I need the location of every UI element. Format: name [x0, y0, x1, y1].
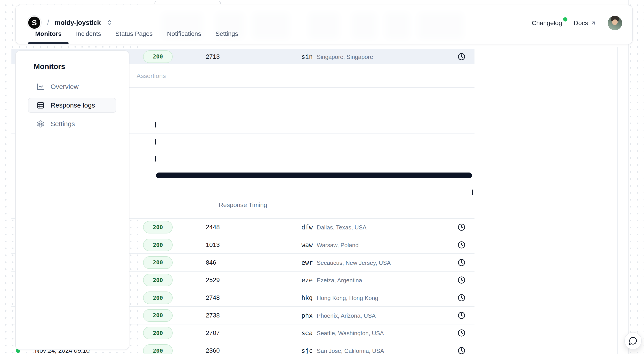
detail-tab-label: Assertions	[136, 72, 166, 80]
status-badge: 200	[143, 51, 173, 63]
line-chart-icon	[37, 83, 44, 91]
workspace-name: moldy-joystick	[55, 19, 101, 27]
sidebar-item-label: Response logs	[50, 102, 95, 109]
row-latency: 2713	[206, 53, 220, 60]
clock-icon	[458, 347, 465, 354]
changelog-label: Changelog	[532, 20, 562, 27]
table-icon	[37, 102, 44, 109]
sidebar-title: Monitors	[34, 62, 65, 71]
clipped-popover-edge	[154, 1, 221, 4]
sidebar-item[interactable]: Settings	[28, 117, 116, 131]
arrow-up-right-icon	[590, 20, 596, 26]
chevrons-up-down-icon	[106, 19, 113, 26]
row-latency: 2738	[206, 312, 220, 319]
row-latency: 1013	[206, 241, 220, 248]
clock-icon	[458, 53, 465, 61]
timing-track	[155, 139, 472, 145]
response-time-clock-button[interactable]	[456, 275, 466, 285]
table-icon	[37, 102, 44, 109]
primary-nav: MonitorsIncidentsStatus PagesNotificatio…	[35, 28, 238, 44]
timing-bar	[155, 122, 156, 128]
region-location: San Jose, California, USA	[317, 347, 384, 354]
header-actions: Changelog Docs	[532, 15, 622, 31]
region-location: Dallas, Texas, USA	[317, 224, 366, 231]
primary-nav-tab[interactable]: Incidents	[76, 28, 101, 44]
timing-bar	[472, 190, 473, 195]
row-region: dfw Dallas, Texas, USA	[302, 224, 366, 231]
docs-label: Docs	[574, 20, 588, 27]
breadcrumb-separator: /	[47, 18, 49, 27]
status-badge: 200	[143, 344, 173, 354]
row-latency: 2448	[206, 224, 220, 231]
region-location: Singapore, Singapore	[317, 53, 373, 60]
region-code: sjc	[302, 347, 313, 354]
support-chat-button[interactable]	[624, 332, 642, 349]
status-badge: 200	[143, 256, 173, 269]
row-region: hkg Hong Kong, Hong Kong	[302, 294, 378, 301]
nav-tab-label: Incidents	[76, 30, 101, 38]
workspace-switcher-button[interactable]	[106, 19, 113, 26]
region-code: phx	[302, 312, 313, 319]
timing-track	[155, 173, 472, 178]
row-region: phx Phoenix, Arizona, USA	[302, 312, 376, 319]
row-latency: 2529	[206, 276, 220, 284]
row-latency: 2707	[206, 329, 220, 336]
clock-icon	[458, 241, 465, 249]
sidebar-item[interactable]: Overview	[28, 79, 116, 94]
timing-track	[155, 190, 472, 195]
changelog-link[interactable]: Changelog	[532, 20, 562, 27]
user-avatar[interactable]	[608, 16, 622, 30]
region-code: ewr	[302, 259, 313, 266]
region-location: Ezeiza, Argentina	[317, 277, 362, 284]
nav-tab-label: Settings	[216, 30, 238, 38]
region-code: sea	[302, 329, 313, 337]
sidebar-item[interactable]: Response logs	[28, 98, 116, 113]
gear-icon	[37, 120, 44, 128]
clock-icon	[458, 259, 465, 266]
primary-nav-tab[interactable]: Monitors	[35, 28, 62, 44]
sidebar-item-label: Settings	[50, 120, 75, 128]
docs-link[interactable]: Docs	[574, 20, 596, 27]
response-time-clock-button[interactable]	[456, 346, 466, 354]
region-location: Phoenix, Arizona, USA	[317, 312, 376, 319]
row-latency: 2748	[206, 294, 220, 301]
region-code: eze	[302, 276, 313, 284]
sheet-right-border	[628, 0, 628, 354]
clock-icon	[458, 223, 465, 231]
gear-icon	[37, 120, 44, 128]
region-location: Warsaw, Poland	[317, 242, 359, 249]
primary-nav-tab[interactable]: Settings	[216, 28, 238, 44]
status-badge: 200	[143, 291, 173, 304]
response-time-clock-button[interactable]	[456, 328, 466, 338]
nav-tab-label: Notifications	[167, 30, 201, 38]
line-chart-icon	[37, 83, 44, 91]
region-code: sin	[302, 53, 313, 60]
status-badge: 200	[143, 221, 173, 233]
status-badge: 200	[143, 239, 173, 251]
status-badge: 200	[143, 274, 173, 286]
timing-bar	[156, 173, 472, 178]
sidebar: Monitors Overview Response logs Settings	[15, 51, 130, 350]
row-region: sea Seattle, Washington, USA	[302, 329, 384, 337]
status-badge: 200	[143, 309, 173, 322]
clock-icon	[458, 329, 465, 337]
response-time-clock-button[interactable]	[456, 258, 466, 267]
nav-tab-label: Status Pages	[115, 30, 153, 38]
detail-tab: Assertions	[136, 64, 166, 88]
region-location: Secaucus, New Jersey, USA	[317, 259, 391, 266]
response-time-clock-button[interactable]	[456, 240, 466, 250]
region-location: Hong Kong, Hong Kong	[317, 295, 378, 301]
chat-bubble-icon	[628, 336, 638, 345]
response-time-clock-button[interactable]	[456, 310, 466, 320]
primary-nav-tab[interactable]: Notifications	[167, 28, 201, 44]
timing-track	[155, 122, 472, 128]
row-latency: 846	[206, 259, 216, 266]
response-time-clock-button[interactable]	[456, 293, 466, 303]
primary-nav-tab[interactable]: Status Pages	[115, 28, 153, 44]
row-region: eze Ezeiza, Argentina	[302, 276, 362, 284]
row-latency: 2360	[206, 347, 220, 354]
response-time-clock-button[interactable]	[456, 52, 466, 62]
response-time-clock-button[interactable]	[456, 222, 466, 232]
timing-track	[155, 156, 472, 162]
row-region: ewr Secaucus, New Jersey, USA	[302, 259, 391, 266]
